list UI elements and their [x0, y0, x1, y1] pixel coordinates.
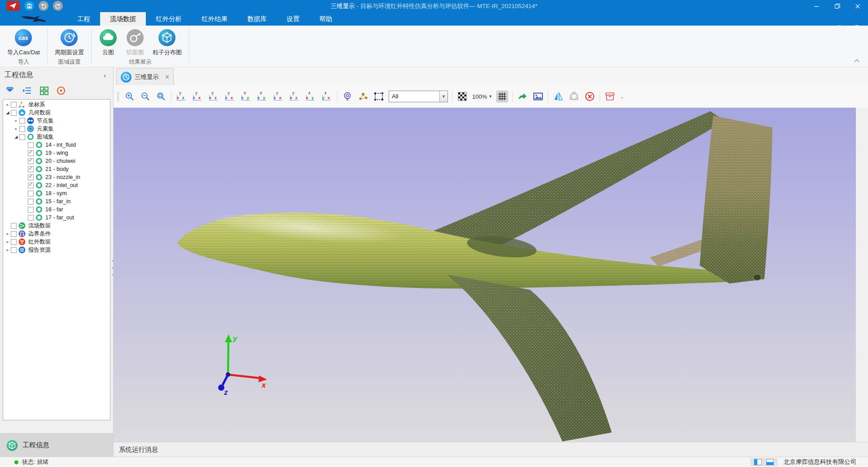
axis-view-button-7[interactable]: y z x: [272, 91, 285, 102]
slice-plot-button[interactable]: 切面图: [123, 27, 147, 57]
ribbon-collapse-button[interactable]: [854, 57, 860, 64]
tree-item-checkbox[interactable]: [11, 102, 17, 108]
3d-viewport[interactable]: y x z: [114, 108, 856, 442]
axis-view-button-9[interactable]: z x y: [305, 91, 317, 102]
tree-item[interactable]: 流场数据: [3, 222, 110, 230]
tree-item-checkbox[interactable]: [11, 247, 17, 253]
panel-collapse-button[interactable]: ‹: [101, 71, 109, 79]
zoom-fit-button[interactable]: [155, 91, 167, 102]
tree-item[interactable]: 23 - nozzle_in: [3, 173, 110, 181]
tree-item[interactable]: 14 - int_fluid: [3, 141, 110, 149]
tree-item-checkbox[interactable]: [28, 166, 34, 172]
menu-tab-1[interactable]: 流场数据: [100, 12, 146, 26]
minimize-button[interactable]: [806, 0, 827, 12]
zoom-level-dropdown[interactable]: 100%▼: [472, 93, 492, 100]
locate-target-button[interactable]: [56, 85, 66, 96]
tree-item-checkbox[interactable]: [11, 231, 17, 237]
display-filter-combobox[interactable]: All ▼: [389, 91, 448, 102]
tree-item[interactable]: 21 - body: [3, 165, 110, 173]
toolbar-grip[interactable]: [117, 92, 119, 101]
tree-item-checkbox[interactable]: [19, 126, 25, 132]
tree-item[interactable]: 19 - wing: [3, 149, 110, 157]
tree-item-checkbox[interactable]: [28, 191, 34, 196]
tree-item[interactable]: 17 - far_out: [3, 214, 110, 222]
expander-icon[interactable]: ▸: [5, 240, 10, 244]
layout-left-icon[interactable]: [754, 459, 762, 465]
tree-item[interactable]: ▸ Yzx 坐标系: [3, 100, 110, 109]
mesh-toggle-button[interactable]: [496, 91, 508, 102]
export-share-button[interactable]: [517, 91, 528, 102]
combobox-dropdown-button[interactable]: ▼: [439, 91, 447, 102]
tree-item-checkbox[interactable]: [28, 183, 34, 188]
axis-view-button-4[interactable]: y z x: [224, 91, 236, 102]
tree-item[interactable]: 16 - far: [3, 205, 110, 214]
expander-icon[interactable]: ▸: [13, 127, 19, 131]
tree-item[interactable]: ▸ 报告资源: [3, 246, 110, 254]
axis-view-button-10[interactable]: z y x: [321, 91, 333, 102]
tree-item-checkbox[interactable]: [19, 118, 25, 124]
light-button[interactable]: [342, 91, 353, 102]
cloud-plot-button[interactable]: 云图: [96, 27, 120, 57]
expander-icon[interactable]: ◢: [5, 110, 10, 115]
tree-item[interactable]: 15 - far_in: [3, 197, 110, 205]
outline-list-button[interactable]: [22, 85, 32, 96]
tree-item-checkbox[interactable]: [28, 207, 34, 213]
tree-item-checkbox[interactable]: [28, 175, 34, 180]
expander-icon[interactable]: ▸: [5, 102, 10, 107]
tree-item[interactable]: 18 - sym: [3, 189, 110, 197]
expander-icon[interactable]: ▸: [5, 248, 10, 252]
menu-tab-3[interactable]: 红外结果: [192, 12, 237, 26]
axis-view-button-1[interactable]: y x z: [175, 91, 188, 102]
mirror-button[interactable]: [552, 91, 564, 102]
tree-item[interactable]: ▸ 边界条件: [3, 230, 110, 238]
snapshot-button[interactable]: [532, 91, 544, 102]
tree-item[interactable]: 22 - inlet_out: [3, 181, 110, 189]
restore-button[interactable]: [827, 0, 847, 12]
axis-view-button-3[interactable]: y x z: [208, 91, 220, 102]
tree-item-checkbox[interactable]: [28, 199, 34, 205]
tree-item-checkbox[interactable]: [28, 215, 34, 221]
opacity-button[interactable]: [456, 91, 468, 102]
close-button[interactable]: [847, 0, 868, 12]
menu-tab-2[interactable]: 红外分析: [146, 12, 192, 26]
grid-view-button[interactable]: [39, 85, 49, 96]
menu-tab-4[interactable]: 数据库: [237, 12, 277, 26]
import-cas-dat-button[interactable]: cas 导入Cas/Dat: [4, 27, 43, 57]
tree-item[interactable]: ▸ 节点集: [3, 117, 110, 125]
node-display-button[interactable]: [357, 91, 369, 102]
axis-view-button-6[interactable]: x z y: [256, 91, 268, 102]
tree-item-checkbox[interactable]: [28, 142, 34, 148]
tree-item-checkbox[interactable]: [28, 150, 34, 156]
menu-tab-0[interactable]: 工程: [67, 12, 100, 26]
chevron-down-icon[interactable]: ⌄: [620, 94, 623, 99]
menu-tab-5[interactable]: 设置: [277, 12, 310, 26]
tree-item-checkbox[interactable]: [11, 239, 17, 245]
zoom-out-button[interactable]: [140, 91, 151, 102]
cancel-button[interactable]: [584, 91, 596, 102]
tree-item[interactable]: ▸ 红外数据: [3, 238, 110, 246]
archive-box-button[interactable]: [604, 91, 616, 102]
zoom-in-button[interactable]: [124, 91, 136, 102]
tab-close-icon[interactable]: ✕: [165, 74, 170, 80]
tree-item[interactable]: 20 - chuiwei: [3, 157, 110, 165]
surface-group-button[interactable]: [568, 91, 580, 102]
panel-footer-tab[interactable]: 工程信息: [0, 433, 113, 457]
particle-plot-button[interactable]: 粒子分布图: [150, 27, 184, 57]
system-message-bar[interactable]: 系统运行消息: [114, 442, 868, 457]
tab-3d-view[interactable]: 三维显示 ✕: [116, 68, 174, 85]
expander-icon[interactable]: ◢: [13, 135, 19, 139]
select-region-button[interactable]: [373, 91, 385, 102]
tree-item[interactable]: ◢ 几何数据: [3, 109, 110, 117]
tree-item[interactable]: ◢ 面域集: [3, 133, 110, 141]
axis-view-button-2[interactable]: y z x: [192, 91, 204, 102]
expander-icon[interactable]: ▸: [5, 231, 10, 236]
axis-view-button-8[interactable]: y x z: [289, 91, 301, 102]
periodic-face-button[interactable]: 周期面设置: [52, 27, 87, 57]
tree-item[interactable]: ▸ 元素集: [3, 125, 110, 133]
expander-icon[interactable]: ▸: [13, 118, 19, 123]
tree-item-checkbox[interactable]: [28, 158, 34, 164]
tree-item-checkbox[interactable]: [11, 110, 17, 116]
layout-bottom-icon[interactable]: [766, 459, 774, 465]
axis-view-button-5[interactable]: x z y: [240, 91, 252, 102]
filter-button[interactable]: [4, 85, 15, 96]
